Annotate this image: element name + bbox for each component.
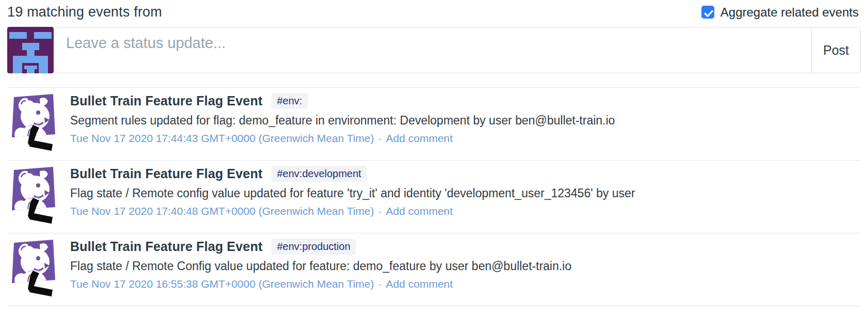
event-title: Bullet Train Feature Flag Event (70, 166, 263, 181)
dot-separator: · (378, 205, 382, 217)
datadog-dog-logo-icon (7, 92, 59, 155)
status-update-box: Post (54, 27, 861, 73)
event-stream-page: 19 matching events from Aggregate relate… (0, 0, 868, 313)
aggregate-related-events-toggle[interactable]: Aggregate related events (701, 5, 859, 20)
page-title: 19 matching events from (7, 4, 162, 20)
event-content: Bullet Train Feature Flag Event #env:dev… (70, 164, 635, 217)
event-env-tag[interactable]: #env:development (271, 166, 367, 182)
dot-separator: · (378, 278, 382, 290)
event-row[interactable]: Bullet Train Feature Flag Event #env:pro… (7, 233, 861, 306)
event-content: Bullet Train Feature Flag Event #env: Se… (70, 91, 615, 145)
event-title: Bullet Train Feature Flag Event (70, 239, 263, 254)
event-list: Bullet Train Feature Flag Event #env: Se… (7, 87, 861, 306)
event-description: Flag state / Remote config value updated… (70, 186, 635, 200)
user-avatar-icon (7, 27, 54, 73)
event-env-tag[interactable]: #env:production (271, 239, 356, 255)
add-comment-link[interactable]: Add comment (386, 132, 453, 145)
topbar: 19 matching events from Aggregate relate… (0, 0, 868, 20)
event-description: Segment rules updated for flag: demo_fea… (70, 114, 615, 128)
event-timestamp-link[interactable]: Tue Nov 17 2020 16:55:38 GMT+0000 (Green… (70, 278, 374, 290)
event-timestamp-link[interactable]: Tue Nov 17 2020 17:40:48 GMT+0000 (Green… (70, 205, 374, 217)
status-update-input[interactable] (55, 27, 811, 73)
event-title: Bullet Train Feature Flag Event (70, 93, 263, 108)
event-timestamp-link[interactable]: Tue Nov 17 2020 17:44:43 GMT+0000 (Green… (70, 132, 374, 145)
datadog-dog-logo-icon (7, 238, 59, 301)
status-composer: Post (7, 27, 861, 73)
event-content: Bullet Train Feature Flag Event #env:pro… (70, 237, 571, 290)
add-comment-link[interactable]: Add comment (386, 278, 453, 290)
event-description: Flag state / Remote Config value updated… (70, 259, 571, 273)
aggregate-label: Aggregate related events (720, 5, 859, 20)
aggregate-checkbox[interactable] (701, 6, 714, 19)
post-button[interactable]: Post (811, 27, 860, 73)
datadog-dog-logo-icon (7, 165, 59, 228)
event-row[interactable]: Bullet Train Feature Flag Event #env: Se… (7, 87, 861, 160)
event-row[interactable]: Bullet Train Feature Flag Event #env:dev… (7, 160, 861, 233)
dot-separator: · (378, 132, 382, 145)
event-env-tag[interactable]: #env: (271, 93, 308, 109)
add-comment-link[interactable]: Add comment (386, 205, 453, 217)
